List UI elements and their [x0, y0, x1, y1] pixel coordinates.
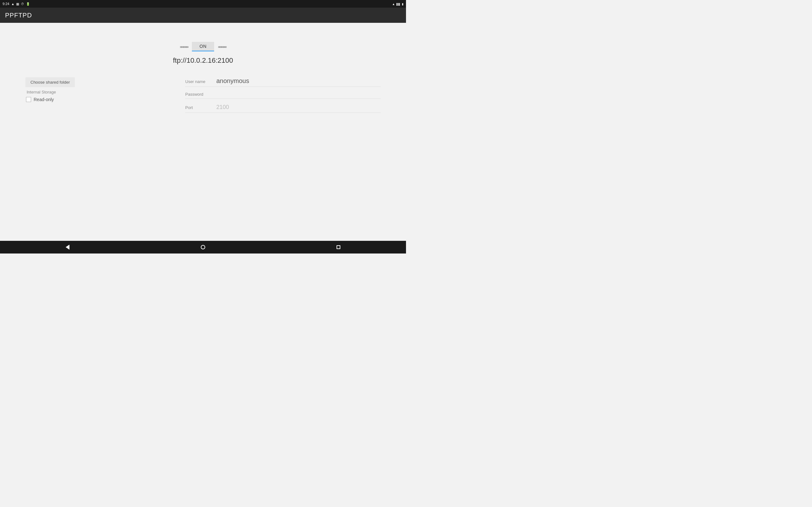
choose-folder-button[interactable]: Choose shared folder [26, 77, 75, 87]
left-panel: Choose shared folder Internal Storage Re… [26, 77, 75, 102]
readonly-label: Read-only [34, 97, 54, 102]
port-label: Port [185, 105, 214, 110]
back-icon [66, 245, 69, 250]
battery-icon [402, 2, 403, 6]
main-content: »»»»» ON ««««« ftp://10.0.2.16:2100 Choo… [0, 23, 406, 241]
notif-icon-3: ⏱ [21, 2, 24, 6]
wifi-icon [392, 2, 395, 6]
status-time: 9:24 [3, 2, 9, 6]
home-button[interactable] [194, 244, 212, 250]
settings-section: Choose shared folder Internal Storage Re… [0, 77, 406, 118]
port-value[interactable]: 2100 [214, 104, 380, 111]
left-arrows: »»»»» [180, 44, 188, 49]
notif-icon-1: ▲ [11, 2, 14, 6]
username-label: User name [185, 79, 214, 84]
status-bar: 9:24 ▲ ▦ ⏱ 🔋 [0, 0, 406, 8]
status-left: 9:24 ▲ ▦ ⏱ 🔋 [3, 2, 30, 6]
home-icon [201, 245, 205, 249]
notif-icon-4: 🔋 [26, 2, 30, 6]
password-field-row: Password [185, 92, 380, 99]
readonly-row: Read-only [26, 97, 75, 102]
password-label: Password [185, 92, 214, 97]
right-panel: User name anonymous Password Port 2100 [185, 77, 380, 118]
port-field-row: Port 2100 [185, 104, 380, 113]
username-field-row: User name anonymous [185, 77, 380, 87]
right-arrows: ««««« [218, 44, 226, 49]
on-off-toggle[interactable]: ON [192, 42, 214, 51]
top-bar: PPFTPD [0, 8, 406, 23]
notif-icon-2: ▦ [16, 2, 19, 6]
readonly-checkbox[interactable] [26, 97, 31, 102]
status-right [392, 2, 403, 6]
recents-button[interactable] [330, 244, 347, 250]
app-title: PPFTPD [5, 12, 32, 19]
signal-icon [397, 2, 400, 6]
internal-storage-label: Internal Storage [26, 90, 75, 95]
back-button[interactable] [59, 243, 76, 251]
bottom-nav [0, 241, 406, 253]
ftp-url: ftp://10.0.2.16:2100 [173, 56, 233, 65]
toggle-section: »»»»» ON ««««« [180, 42, 226, 51]
recents-icon [337, 245, 340, 249]
username-value[interactable]: anonymous [214, 77, 380, 84]
